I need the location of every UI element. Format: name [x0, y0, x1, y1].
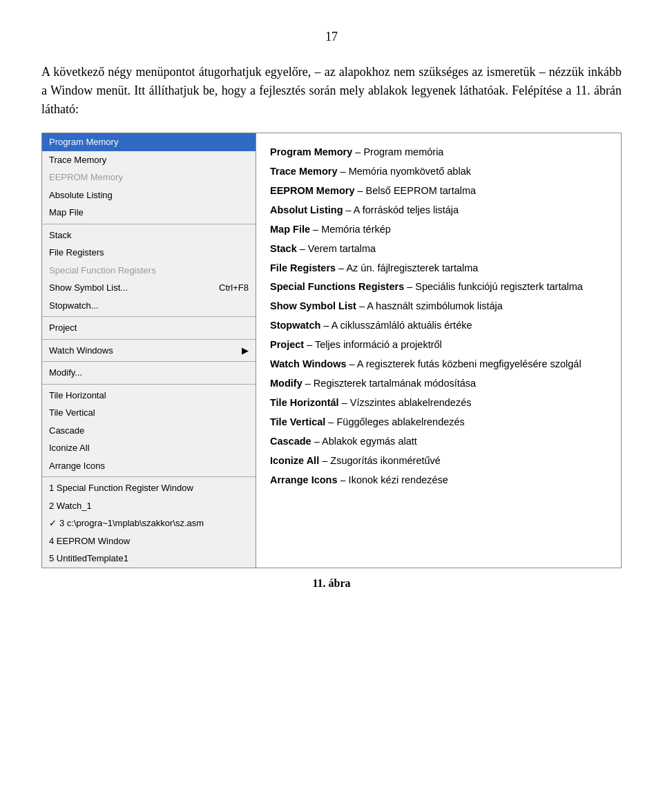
desc-trace-memory: Trace Memory – Memória nyomkövető ablak [270, 164, 607, 180]
desc-term-cascade: Cascade [270, 436, 311, 447]
menu-item-modify[interactable]: Modify... [42, 364, 256, 382]
menu-separator-4 [42, 361, 256, 362]
desc-text-tile-vertical: – Függőleges ablakelrendezés [325, 416, 465, 427]
desc-text-project: – Teljes információ a projektről [304, 339, 442, 350]
menu-item-file-registers[interactable]: File Registers [42, 244, 256, 262]
menu-item-window-5[interactable]: 5 UntitledTemplate1 [42, 550, 256, 568]
page-number: 17 [41, 28, 622, 46]
figure-container: Program Memory Trace Memory EEPROM Memor… [41, 133, 622, 568]
desc-term-stack: Stack [270, 243, 297, 254]
menu-item-cascade[interactable]: Cascade [42, 422, 256, 440]
desc-text-show-symbol-list: – A használt szimbólumok listája [356, 300, 503, 311]
desc-map-file: Map File – Memória térkép [270, 222, 607, 238]
menu-item-stack[interactable]: Stack [42, 226, 256, 244]
menu-item-map-file[interactable]: Map File [42, 204, 256, 222]
menu-separator-1 [42, 224, 256, 224]
desc-show-symbol-list: Show Symbol List – A használt szimbólumo… [270, 298, 607, 315]
desc-project: Project – Teljes információ a projektről [270, 337, 607, 354]
menu-item-tile-horizontal[interactable]: Tile Horizontal [42, 387, 256, 405]
figure-caption: 11. ábra [41, 575, 622, 592]
desc-cascade: Cascade – Ablakok egymás alatt [270, 434, 607, 450]
desc-eeprom-memory: EEPROM Memory – Belső EEPROM tartalma [270, 183, 607, 200]
desc-text-special-functions: – Speciális funkciójú regiszterk tartalm… [404, 281, 583, 292]
desc-text-stack: – Verem tartalma [297, 243, 376, 254]
menu-separator-2 [42, 316, 256, 317]
desc-term-map-file: Map File [270, 224, 310, 235]
menu-panel: Program Memory Trace Memory EEPROM Memor… [42, 133, 256, 568]
desc-text-iconize-all: – Zsugorítás ikonméretűvé [319, 455, 441, 466]
desc-term-tile-vertical: Tile Vertical [270, 416, 325, 427]
desc-text-arrange-icons: – Ikonok kézi rendezése [338, 474, 448, 485]
desc-watch-windows: Watch Windows – A regiszterek futás közb… [270, 356, 607, 373]
desc-term-file-registers: File Registers [270, 262, 336, 273]
menu-item-arrange-icons[interactable]: Arrange Icons [42, 457, 256, 475]
desc-arrange-icons: Arrange Icons – Ikonok kézi rendezése [270, 472, 607, 489]
desc-special-functions-registers: Special Functions Registers – Speciális … [270, 279, 607, 296]
desc-text-stopwatch: – A ciklusszámláló aktuális értéke [320, 320, 472, 331]
desc-term-project: Project [270, 339, 304, 350]
desc-text-eeprom-memory: – Belső EEPROM tartalma [354, 185, 476, 196]
desc-iconize-all: Iconize All – Zsugorítás ikonméretűvé [270, 453, 607, 470]
desc-term-trace-memory: Trace Memory [270, 166, 338, 177]
desc-text-file-registers: – Az ún. fájlregiszterek tartalma [336, 262, 478, 273]
menu-separator-5 [42, 384, 256, 385]
menu-item-show-symbol-list[interactable]: Show Symbol List... Ctrl+F8 [42, 279, 256, 297]
desc-text-modify: – Regiszterek tartalmának módosítása [302, 378, 476, 389]
menu-item-iconize-all[interactable]: Iconize All [42, 439, 256, 457]
desc-term-arrange-icons: Arrange Icons [270, 474, 338, 485]
intro-text: A következő négy menüpontot átugorhatjuk… [41, 63, 622, 119]
menu-item-window-2[interactable]: 2 Watch_1 [42, 497, 256, 515]
descriptions-panel: Program Memory – Program memória Trace M… [256, 133, 621, 568]
desc-file-registers: File Registers – Az ún. fájlregiszterek … [270, 260, 607, 277]
menu-item-eeprom-memory: EEPROM Memory [42, 168, 256, 186]
menu-item-absolute-listing[interactable]: Absolute Listing [42, 186, 256, 204]
menu-item-trace-memory[interactable]: Trace Memory [42, 151, 256, 169]
desc-term-eeprom-memory: EEPROM Memory [270, 185, 354, 196]
menu-item-show-symbol-list-label: Show Symbol List... [49, 281, 128, 295]
desc-term-absolut-listing: Absolut Listing [270, 204, 343, 215]
menu-item-program-memory[interactable]: Program Memory [42, 133, 256, 151]
desc-program-memory: Program Memory – Program memória [270, 144, 607, 161]
desc-text-program-memory: – Program memória [352, 146, 443, 157]
desc-text-absolut-listing: – A forráskód teljes listája [343, 204, 459, 215]
desc-tile-vertical: Tile Vertical – Függőleges ablakelrendez… [270, 414, 607, 431]
desc-tile-horizontal: Tile Horizontál – Vízszintes ablakelrend… [270, 395, 607, 412]
desc-text-cascade: – Ablakok egymás alatt [311, 436, 417, 447]
menu-item-project[interactable]: Project [42, 319, 256, 337]
menu-item-show-symbol-list-shortcut: Ctrl+F8 [219, 281, 249, 295]
desc-absolut-listing: Absolut Listing – A forráskód teljes lis… [270, 202, 607, 219]
desc-modify: Modify – Regiszterek tartalmának módosít… [270, 376, 607, 392]
desc-text-trace-memory: – Memória nyomkövető ablak [338, 166, 471, 177]
menu-item-special-function-registers: Special Function Registers [42, 262, 256, 280]
menu-separator-3 [42, 339, 256, 340]
menu-item-watch-windows[interactable]: Watch Windows [42, 342, 256, 360]
desc-stack: Stack – Verem tartalma [270, 241, 607, 258]
menu-item-window-4[interactable]: 4 EEPROM Window [42, 532, 256, 550]
desc-term-tile-horizontal: Tile Horizontál [270, 397, 339, 408]
desc-term-watch-windows: Watch Windows [270, 358, 347, 369]
desc-term-special-functions: Special Functions Registers [270, 281, 404, 292]
desc-term-show-symbol-list: Show Symbol List [270, 300, 356, 311]
desc-term-stopwatch: Stopwatch [270, 320, 320, 331]
desc-text-map-file: – Memória térkép [310, 224, 391, 235]
menu-separator-6 [42, 476, 256, 477]
menu-item-window-3[interactable]: 3 c:\progra~1\mplab\szakkor\sz.asm [42, 514, 256, 532]
desc-term-program-memory: Program Memory [270, 146, 352, 157]
desc-term-modify: Modify [270, 378, 302, 389]
desc-stopwatch: Stopwatch – A ciklusszámláló aktuális ér… [270, 318, 607, 334]
menu-item-window-1[interactable]: 1 Special Function Register Window [42, 479, 256, 497]
desc-term-iconize-all: Iconize All [270, 455, 319, 466]
desc-text-tile-horizontal: – Vízszintes ablakelrendezés [339, 397, 472, 408]
menu-item-stopwatch[interactable]: Stopwatch... [42, 297, 256, 315]
desc-text-watch-windows: – A regiszterek futás közbeni megfigyelé… [347, 358, 582, 369]
menu-item-tile-vertical[interactable]: Tile Vertical [42, 404, 256, 422]
